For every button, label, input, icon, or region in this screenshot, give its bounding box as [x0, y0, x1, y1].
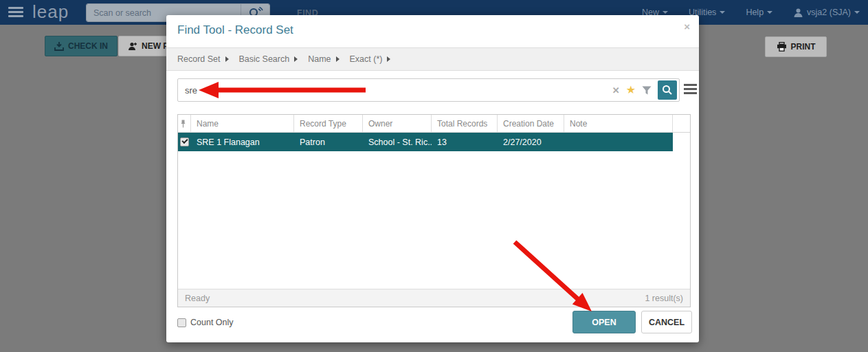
- results-table: Name Record Type Owner Total Records Cre…: [177, 114, 691, 307]
- filter-icon[interactable]: [642, 86, 652, 95]
- column-header-total-records[interactable]: Total Records: [432, 115, 498, 132]
- count-only-label: Count Only: [190, 318, 234, 327]
- clear-icon[interactable]: ✕: [612, 85, 620, 96]
- column-header-name[interactable]: Name: [191, 115, 294, 132]
- printer-icon: [777, 42, 787, 52]
- pin-column-header[interactable]: [178, 115, 191, 132]
- column-header-spacer: [673, 115, 690, 132]
- breadcrumb: Record Set Basic Search Name Exact (*): [166, 47, 699, 71]
- chevron-down-icon: [663, 11, 668, 14]
- cell-total-records: 13: [432, 133, 498, 151]
- print-button[interactable]: PRINT: [765, 36, 827, 57]
- breadcrumb-record-set[interactable]: Record Set: [177, 54, 229, 64]
- cancel-button[interactable]: CANCEL: [641, 311, 692, 333]
- count-only-checkbox[interactable]: [177, 318, 186, 327]
- breadcrumb-exact[interactable]: Exact (*): [350, 54, 391, 64]
- cell-owner: School - St. Ric...: [363, 133, 432, 151]
- menu-help[interactable]: Help: [746, 8, 772, 17]
- check-in-icon: [54, 42, 64, 51]
- hamburger-menu-icon[interactable]: [8, 7, 23, 18]
- close-icon[interactable]: ×: [684, 21, 690, 32]
- table-header: Name Record Type Owner Total Records Cre…: [178, 115, 690, 133]
- chevron-right-icon: [387, 56, 390, 62]
- check-in-button[interactable]: CHECK IN: [45, 36, 118, 56]
- new-patron-icon: [128, 42, 137, 51]
- favorite-star-icon[interactable]: ★: [626, 85, 636, 96]
- column-header-owner[interactable]: Owner: [363, 115, 432, 132]
- row-checkbox[interactable]: [180, 138, 189, 146]
- cell-spacer: [673, 133, 690, 151]
- column-header-note[interactable]: Note: [564, 115, 673, 132]
- chevron-down-icon: [720, 11, 725, 14]
- search-icon: [662, 85, 673, 96]
- breadcrumb-basic-search[interactable]: Basic Search: [239, 54, 298, 64]
- cell-record-type: Patron: [294, 133, 363, 151]
- find-search-input[interactable]: [178, 85, 612, 96]
- chevron-down-icon: [767, 11, 772, 14]
- search-button[interactable]: [658, 80, 677, 100]
- breadcrumb-name[interactable]: Name: [308, 54, 339, 64]
- user-menu[interactable]: vsja2 (SJA): [793, 8, 860, 18]
- dialog-title: Find Tool - Record Set: [177, 23, 293, 37]
- person-icon: [793, 8, 803, 18]
- status-text: Ready: [185, 294, 210, 303]
- app-logo: leap: [32, 1, 69, 23]
- chevron-down-icon: [854, 11, 860, 14]
- chevron-right-icon: [225, 56, 229, 62]
- result-count: 1 result(s): [645, 294, 683, 303]
- table-row-selected[interactable]: SRE 1 Flanagan Patron School - St. Ric..…: [178, 133, 690, 151]
- find-tool-dialog: Find Tool - Record Set × Record Set Basi…: [166, 15, 699, 342]
- cell-name: SRE 1 Flanagan: [191, 133, 294, 151]
- pushpin-icon: [180, 120, 186, 128]
- column-header-creation-date[interactable]: Creation Date: [498, 115, 564, 132]
- column-header-record-type[interactable]: Record Type: [294, 115, 363, 132]
- chevron-right-icon: [336, 56, 340, 62]
- cell-note: [564, 133, 673, 151]
- chevron-right-icon: [294, 56, 298, 62]
- open-button[interactable]: OPEN: [572, 311, 636, 333]
- table-status-bar: Ready 1 result(s): [178, 289, 690, 307]
- find-search-box: ✕ ★: [177, 78, 680, 102]
- options-menu-icon[interactable]: [684, 84, 697, 96]
- cell-creation-date: 2/27/2020: [498, 133, 564, 151]
- count-only-toggle[interactable]: Count Only: [177, 318, 234, 327]
